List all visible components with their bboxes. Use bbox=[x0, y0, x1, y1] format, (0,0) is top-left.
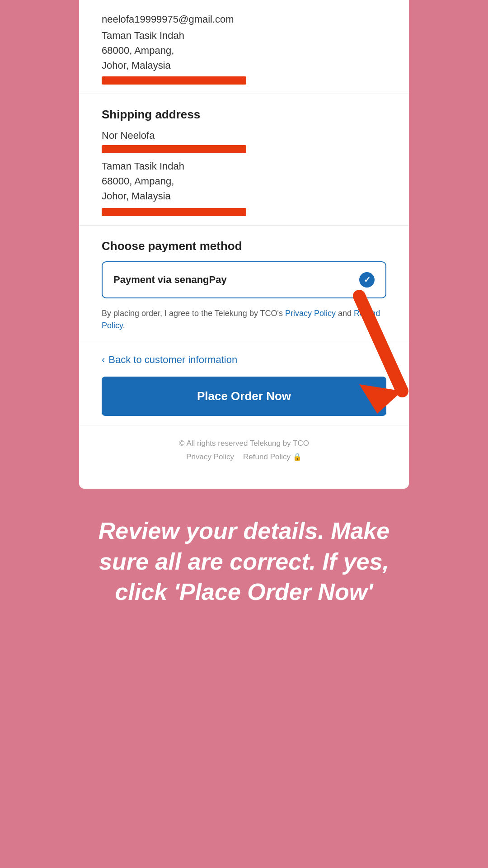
bottom-instruction: Review your details. Make sure all are c… bbox=[79, 489, 409, 626]
top-info-section: neelofa19999975@gmail.com Taman Tasik In… bbox=[79, 0, 409, 94]
footer-copyright: © All rights reserved Telekung by TCO bbox=[102, 439, 386, 448]
top-address-line1: Taman Tasik Indah bbox=[102, 28, 386, 43]
place-order-button[interactable]: Place Order Now bbox=[102, 377, 386, 416]
payment-section-title: Choose payment method bbox=[102, 239, 386, 253]
shipping-address-line3: Johor, Malaysia bbox=[102, 189, 386, 203]
actions-section: ‹ Back to customer information Place Ord… bbox=[79, 341, 409, 425]
back-chevron-icon: ‹ bbox=[102, 354, 105, 366]
lock-icon: 🔒 bbox=[293, 453, 302, 461]
footer-privacy-link[interactable]: Privacy Policy bbox=[186, 453, 234, 462]
footer-links: Privacy Policy Refund Policy 🔒 bbox=[102, 453, 386, 462]
shipping-address-line1: Taman Tasik Indah bbox=[102, 159, 386, 174]
shipping-section-title: Shipping address bbox=[102, 108, 386, 122]
shipping-name: Nor Neelofa bbox=[102, 130, 386, 142]
payment-option-label: Payment via senangPay bbox=[113, 274, 227, 286]
payment-option-senangpay[interactable]: Payment via senangPay bbox=[102, 261, 386, 298]
payment-selected-icon bbox=[359, 272, 375, 288]
footer: © All rights reserved Telekung by TCO Pr… bbox=[79, 425, 409, 475]
footer-refund-link[interactable]: Refund Policy 🔒 bbox=[243, 453, 302, 462]
redacted-bar-top bbox=[102, 76, 246, 85]
top-address-line3: Johor, Malaysia bbox=[102, 58, 386, 73]
terms-text: By placing order, I agree to the Telekun… bbox=[102, 307, 386, 332]
payment-section: Choose payment method Payment via senang… bbox=[79, 226, 409, 341]
back-link-label: Back to customer information bbox=[108, 354, 237, 366]
top-address-line2: 68000, Ampang, bbox=[102, 43, 386, 58]
redacted-bar-shipping-phone bbox=[102, 145, 246, 153]
shipping-address-section: Shipping address Nor Neelofa Taman Tasik… bbox=[79, 94, 409, 226]
bottom-instruction-text: Review your details. Make sure all are c… bbox=[97, 516, 391, 608]
shipping-address-line2: 68000, Ampang, bbox=[102, 174, 386, 189]
back-to-customer-link[interactable]: ‹ Back to customer information bbox=[102, 354, 386, 366]
redacted-bar-shipping-bottom bbox=[102, 208, 246, 216]
email-text: neelofa19999975@gmail.com bbox=[102, 14, 386, 25]
privacy-policy-link[interactable]: Privacy Policy bbox=[285, 309, 336, 318]
